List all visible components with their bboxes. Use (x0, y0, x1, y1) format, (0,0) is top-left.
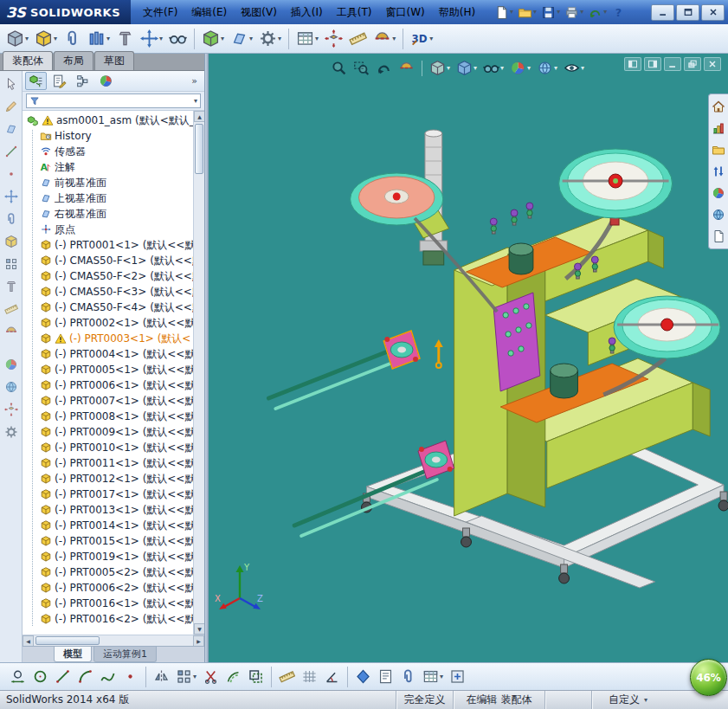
scroll-track[interactable] (194, 122, 204, 623)
view-palette-button[interactable] (709, 184, 728, 202)
menu-item-6[interactable]: 帮助(H) (432, 2, 482, 23)
open-document-button[interactable]: ▾ (516, 4, 538, 21)
dock-pane-right[interactable] (644, 57, 661, 71)
smart-fasteners-button[interactable] (113, 28, 137, 49)
new-motion-study-button[interactable]: ▾ (256, 28, 284, 49)
appearances-scenes-button[interactable] (709, 206, 728, 223)
model-tab-1[interactable]: 运动算例1 (93, 647, 157, 662)
tree-item[interactable]: (-) PRT0016<1> (默认<<默 (27, 596, 193, 611)
tree-item[interactable]: (-) CMAS50-F<1> (默认<<默 (27, 253, 193, 268)
feature-manager-tab[interactable] (25, 72, 47, 90)
tree-item[interactable]: 传感器 (27, 144, 193, 159)
offset-entities-button[interactable] (222, 667, 244, 686)
design-library-button[interactable] (709, 141, 728, 158)
print-document-button[interactable]: ▾ (563, 4, 585, 21)
menu-item-2[interactable]: 视图(V) (234, 2, 284, 23)
previous-view-button[interactable] (373, 58, 395, 78)
scene-tool-button[interactable] (2, 378, 21, 396)
section-view-button[interactable] (396, 58, 417, 78)
new-document-button[interactable]: ▾ (493, 4, 515, 21)
explode-tool-button[interactable] (2, 401, 21, 418)
menu-item-5[interactable]: 窗口(W) (378, 2, 431, 23)
tree-item[interactable]: (-) PRT0016<2> (默认<<默 (27, 611, 193, 627)
close-button[interactable] (701, 4, 725, 21)
mate-button[interactable] (61, 28, 84, 49)
mate-tool-button[interactable] (2, 210, 21, 228)
tree-item[interactable]: (-) PRT0005<2> (默认<<默 (27, 564, 193, 580)
tree-item[interactable]: 原点 (27, 222, 193, 237)
model-tab-0[interactable]: 模型 (54, 647, 92, 662)
sketch-tool-button[interactable] (2, 98, 21, 115)
display-manager-tab[interactable] (95, 72, 117, 90)
mirror-entities-button[interactable] (151, 667, 172, 686)
select-tool-button[interactable] (2, 75, 21, 93)
minimize-button[interactable] (651, 4, 674, 21)
tree-item[interactable]: A注解 (27, 159, 193, 175)
point-tool-button[interactable] (2, 165, 21, 183)
line-button[interactable] (52, 667, 74, 686)
tree-vertical-scrollbar[interactable]: ▲ ▼ (193, 111, 204, 635)
tree-item[interactable]: (-) PRT0008<1> (默认<<默 (27, 409, 193, 424)
tree-item[interactable]: (-) PRT0004<1> (默认<<默 (27, 346, 193, 362)
scroll-track[interactable] (34, 635, 193, 646)
linear-sketch-pattern-button[interactable]: ▾ (173, 667, 199, 686)
section-view-button[interactable]: ▾ (370, 28, 398, 49)
zoom-fit-button[interactable] (328, 58, 350, 78)
solidworks-resources-button[interactable] (709, 119, 728, 137)
model-3d[interactable] (209, 54, 728, 662)
tree-item[interactable]: (-) PRT0007<1> (默认<<默 (27, 393, 193, 409)
command-tab-2[interactable]: 草图 (94, 51, 134, 70)
measure-button[interactable] (276, 667, 298, 686)
measure-button[interactable] (346, 28, 370, 49)
view-orientation-button[interactable]: ▾ (427, 58, 453, 78)
circle-button[interactable] (29, 667, 51, 686)
save-document-button[interactable]: ▾ (539, 4, 562, 21)
tree-item[interactable]: (-) PRT0006<1> (默认<<默 (27, 377, 193, 393)
filter-input[interactable] (42, 95, 190, 106)
view-settings-button[interactable]: ▾ (561, 58, 587, 78)
tree-item[interactable]: (-) PRT0010<1> (默认<<默 (27, 440, 193, 455)
menu-item-0[interactable]: 文件(F) (136, 2, 184, 23)
assembly-features-button[interactable]: ▾ (199, 28, 227, 49)
status-cell-3[interactable]: 自定义▾ (591, 691, 664, 709)
graphics-area[interactable]: ▾▾▾▾▾▾ Y X Z (209, 54, 728, 662)
child-restore-button[interactable] (684, 57, 701, 71)
tree-item[interactable]: (-) PRT0009<1> (默认<<默 (27, 424, 193, 440)
display-style-button[interactable]: ▾ (454, 58, 480, 78)
tree-item[interactable]: (-) PRT0005<1> (默认<<默 (27, 362, 193, 377)
tree-item[interactable]: (-) PRT0002<1> (默认<<默 (27, 315, 193, 331)
plane-tool-button[interactable] (2, 120, 21, 138)
fastener-tool-button[interactable] (2, 278, 21, 295)
hide-show-items-button[interactable]: ▾ (480, 58, 506, 78)
show-hidden-components-button[interactable] (166, 28, 190, 49)
help-button[interactable]: ? (609, 4, 628, 21)
tree-item[interactable]: 右视基准面 (27, 206, 193, 222)
panel-collapse-button[interactable]: » (191, 75, 202, 87)
scroll-thumb[interactable] (35, 636, 100, 645)
tree-item[interactable]: (-) PRT0013<1> (默认<<默 (27, 502, 193, 518)
bill-of-materials-button[interactable]: ▾ (293, 28, 321, 49)
zoom-percentage-badge[interactable]: 46% (690, 659, 727, 696)
tree-item[interactable]: (-) PRT0003<1> (默认< (27, 331, 193, 346)
plane-button[interactable] (352, 667, 374, 686)
move-component-button[interactable]: ▾ (138, 28, 165, 49)
tree-item[interactable]: (-) PRT0012<1> (默认<<默 (27, 471, 193, 487)
apply-scene-button[interactable]: ▾ (534, 58, 560, 78)
menu-item-1[interactable]: 编辑(E) (184, 2, 234, 23)
tree-item[interactable]: (-) CMAS50-F<2> (默认<<默 (27, 268, 193, 284)
tree-item[interactable]: (-) PRT0015<1> (默认<<默 (27, 533, 193, 549)
scroll-down-icon[interactable]: ▼ (194, 623, 204, 635)
note-button[interactable] (375, 667, 396, 686)
child-close-button[interactable] (704, 57, 721, 71)
edit-appearance-button[interactable]: ▾ (507, 58, 533, 78)
tree-item[interactable]: History (27, 128, 193, 144)
tree-item[interactable]: (-) PRT0014<1> (默认<<默 (27, 518, 193, 533)
angle-button[interactable] (321, 667, 343, 686)
pattern-tool-button[interactable] (2, 255, 21, 273)
tree-item[interactable]: 上视基准面 (27, 190, 193, 206)
tables-button[interactable]: ▾ (420, 667, 446, 686)
axis-tool-button[interactable] (2, 143, 21, 160)
feature-filter[interactable]: ▾ (26, 93, 201, 108)
zoom-area-button[interactable] (351, 58, 372, 78)
point-button[interactable] (119, 667, 141, 686)
